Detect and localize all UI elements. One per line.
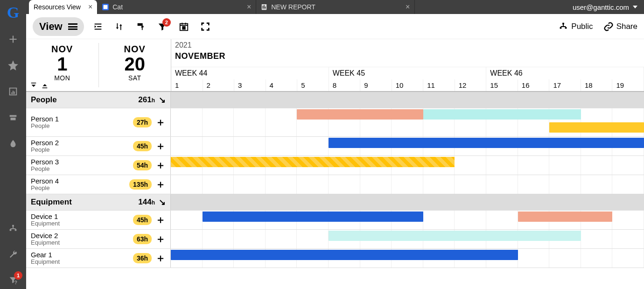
- task-bar[interactable]: [329, 138, 644, 148]
- resource-timeline[interactable]: [171, 137, 644, 155]
- day-column-label: 4: [266, 79, 298, 91]
- chevron-down-icon: [633, 6, 637, 8]
- tab-bar: Resources View × Cat × NEW REPORT × user…: [26, 0, 644, 14]
- close-icon[interactable]: ×: [406, 3, 410, 11]
- day-column-label: 3: [234, 79, 266, 91]
- fullscreen-icon[interactable]: [198, 19, 213, 34]
- task-bar[interactable]: [203, 211, 423, 222]
- resource-group: People: [31, 166, 129, 172]
- add-task-icon[interactable]: ＋: [155, 251, 166, 265]
- tab-new-report[interactable]: NEW REPORT ×: [256, 0, 415, 14]
- paint-icon[interactable]: [133, 19, 148, 34]
- task-bar[interactable]: [171, 250, 518, 260]
- group-hours: 261h: [138, 95, 155, 105]
- resource-row-header: Person 3 People 54h ＋: [26, 156, 171, 175]
- date-header: NOV 1 MON NOV 20 SAT 2021 NOVEMBER: [26, 39, 644, 92]
- resource-row-header: Device 2 Equipment 63h ＋: [26, 230, 171, 248]
- close-icon[interactable]: ×: [88, 3, 92, 11]
- board-icon: [102, 4, 109, 10]
- add-task-icon[interactable]: ＋: [155, 232, 166, 246]
- resource-timeline[interactable]: [171, 175, 644, 194]
- tab-cat[interactable]: Cat ×: [98, 0, 256, 14]
- resource-name: Gear 1: [31, 251, 129, 259]
- task-bar[interactable]: [329, 231, 581, 241]
- filter-icon[interactable]: 2: [155, 19, 170, 34]
- tab-resources-view[interactable]: Resources View ×: [29, 0, 98, 14]
- collapse-all-icon[interactable]: [29, 81, 38, 90]
- public-button[interactable]: Public: [558, 21, 593, 32]
- day-column-label: 12: [455, 79, 487, 91]
- help-icon[interactable]: ? 1: [5, 272, 21, 289]
- resource-name: Person 1: [31, 115, 129, 123]
- org-icon[interactable]: [5, 220, 21, 237]
- app-logo: G: [7, 4, 19, 21]
- add-icon[interactable]: [5, 31, 21, 48]
- group-timeline: [171, 194, 644, 210]
- resource-row-header: Person 2 People 45h ＋: [26, 137, 171, 155]
- view-pill[interactable]: View: [33, 17, 84, 36]
- add-task-icon[interactable]: ＋: [155, 158, 166, 172]
- resource-timeline[interactable]: [171, 230, 644, 248]
- hours-pill: 45h: [133, 141, 152, 151]
- add-task-icon[interactable]: ＋: [155, 139, 166, 153]
- task-bar[interactable]: [423, 109, 581, 120]
- report-icon: [261, 4, 267, 10]
- calendar-icon[interactable]: [176, 19, 191, 34]
- tab-label: Resources View: [34, 3, 81, 11]
- hours-pill: 27h: [133, 117, 152, 127]
- hours-pill: 36h: [133, 253, 152, 263]
- hours-pill: 54h: [133, 160, 152, 170]
- wrench-icon[interactable]: [5, 246, 21, 263]
- user-menu[interactable]: user@ganttic.com: [566, 0, 644, 14]
- task-bar[interactable]: [518, 211, 613, 222]
- svg-rect-4: [263, 6, 264, 8]
- date-end[interactable]: NOV 20 SAT: [99, 39, 171, 91]
- day-column-label: 10: [392, 79, 424, 91]
- resource-name: Person 2: [31, 139, 129, 147]
- resource-timeline[interactable]: [171, 211, 644, 229]
- day-column-label: 19: [612, 79, 644, 91]
- add-task-icon[interactable]: ＋: [155, 115, 166, 129]
- svg-rect-8: [182, 27, 185, 29]
- day-column-label: 17: [549, 79, 581, 91]
- indent-icon[interactable]: [91, 19, 105, 34]
- day-column-label: 8: [329, 79, 361, 91]
- week-label: WEEK 44: [171, 67, 329, 79]
- month-name: NOVEMBER: [171, 51, 644, 67]
- add-task-icon[interactable]: ＋: [155, 177, 166, 191]
- share-button[interactable]: Share: [603, 21, 637, 32]
- task-bar[interactable]: [549, 122, 644, 133]
- task-bar[interactable]: [297, 109, 423, 120]
- drop-icon[interactable]: [5, 135, 21, 152]
- group-header[interactable]: People 261h ↘: [26, 92, 171, 108]
- chart-icon[interactable]: [5, 83, 21, 100]
- day-column-label: 18: [581, 79, 613, 91]
- day-column-label: 9: [360, 79, 392, 91]
- resource-timeline[interactable]: [171, 108, 644, 136]
- chevron-down-icon[interactable]: ↘: [159, 95, 166, 105]
- hours-pill: 45h: [133, 215, 152, 225]
- share-label: Share: [616, 22, 637, 31]
- close-icon[interactable]: ×: [247, 3, 251, 11]
- resource-timeline[interactable]: [171, 249, 644, 268]
- star-icon[interactable]: [5, 57, 21, 74]
- view-label: View: [39, 21, 63, 33]
- chevron-down-icon[interactable]: ↘: [159, 197, 166, 207]
- svg-rect-5: [264, 5, 265, 9]
- resource-name: Device 1: [31, 213, 129, 221]
- tab-label: Cat: [112, 3, 123, 11]
- sort-icon[interactable]: [112, 19, 127, 34]
- add-task-icon[interactable]: ＋: [155, 213, 166, 227]
- resource-name: Device 2: [31, 232, 129, 240]
- day-column-label: 15: [486, 79, 518, 91]
- day-number: 1: [26, 55, 98, 73]
- hours-pill: 63h: [133, 234, 152, 244]
- task-bar[interactable]: [171, 157, 455, 167]
- expand-all-icon[interactable]: [40, 81, 49, 90]
- group-header[interactable]: Equipment 144h ↘: [26, 194, 171, 210]
- resource-timeline[interactable]: [171, 156, 644, 175]
- year-label: 2021: [171, 39, 644, 51]
- resource-group: People: [31, 123, 129, 129]
- resource-row-header: Device 1 Equipment 45h ＋: [26, 211, 171, 229]
- archive-icon[interactable]: [5, 109, 21, 126]
